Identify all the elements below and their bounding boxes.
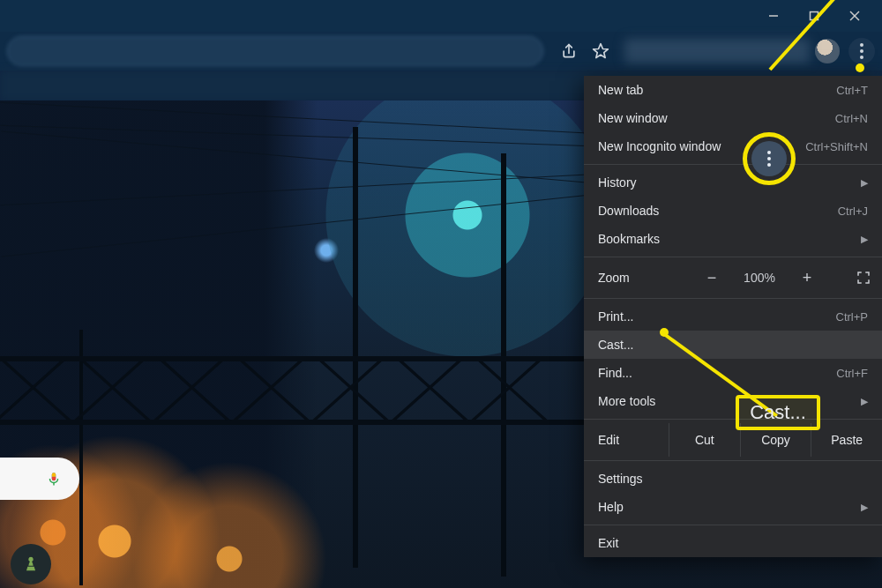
zoom-out-button[interactable]: − [703,269,721,287]
window-minimize-button[interactable] [753,0,794,32]
fullscreen-button[interactable] [854,268,873,287]
menu-separator [584,419,882,420]
zoom-in-button[interactable]: + [798,269,816,287]
menu-item-history[interactable]: History ▶ [584,168,882,197]
toolbar [0,32,882,71]
chevron-right-icon: ▶ [861,502,868,513]
menu-item-bookmarks[interactable]: Bookmarks ▶ [584,225,882,253]
pawn-icon [21,555,41,574]
menu-item-new-tab[interactable]: New tab Ctrl+T [584,76,882,104]
menu-item-help[interactable]: Help ▶ [584,493,882,521]
menu-separator [584,460,882,461]
menu-item-incognito[interactable]: New Incognito window Ctrl+Shift+N [584,132,882,160]
menu-item-new-window[interactable]: New window Ctrl+N [584,104,882,132]
address-bar[interactable] [7,36,543,66]
menu-separator [584,164,882,165]
svg-marker-4 [594,44,609,58]
menu-separator [584,257,882,257]
menu-item-more-tools[interactable]: More tools ▶ [584,387,882,415]
menu-item-find[interactable]: Find... Ctrl+F [584,359,882,387]
edit-label: Edit [598,433,669,447]
chrome-main-menu: New tab Ctrl+T New window Ctrl+N New Inc… [584,76,882,557]
menu-separator [584,525,882,525]
window-close-button[interactable] [834,0,875,32]
menu-item-exit[interactable]: Exit [584,529,882,557]
menu-item-downloads[interactable]: Downloads Ctrl+J [584,197,882,225]
extensions-area [624,39,810,63]
window-titlebar [0,0,882,32]
edit-paste-button[interactable]: Paste [811,423,882,457]
zoom-label: Zoom [598,271,677,285]
app-shortcut-badge[interactable] [11,544,51,584]
bookmark-star-icon[interactable] [591,41,610,61]
window-maximize-button[interactable] [794,0,834,32]
fullscreen-icon [856,270,871,286]
zoom-value: 100% [740,271,779,285]
voice-search-button[interactable] [0,458,79,500]
chrome-menu-button[interactable] [848,38,875,64]
menu-item-cast[interactable]: Cast... [584,331,882,359]
menu-item-print[interactable]: Print... Ctrl+P [584,302,882,331]
menu-item-settings[interactable]: Settings [584,465,882,493]
toolbar-actions [550,41,619,61]
chevron-right-icon: ▶ [861,396,868,407]
menu-separator [584,298,882,299]
svg-rect-1 [811,12,818,20]
share-icon[interactable] [559,41,579,61]
profile-avatar[interactable] [815,39,840,63]
chevron-right-icon: ▶ [861,177,868,189]
edit-cut-button[interactable]: Cut [669,423,740,457]
microphone-icon [46,469,62,488]
menu-edit-row: Edit Cut Copy Paste [584,423,882,457]
menu-zoom-row: Zoom − 100% + [584,261,882,294]
chevron-right-icon: ▶ [861,234,868,245]
edit-copy-button[interactable]: Copy [740,423,811,457]
